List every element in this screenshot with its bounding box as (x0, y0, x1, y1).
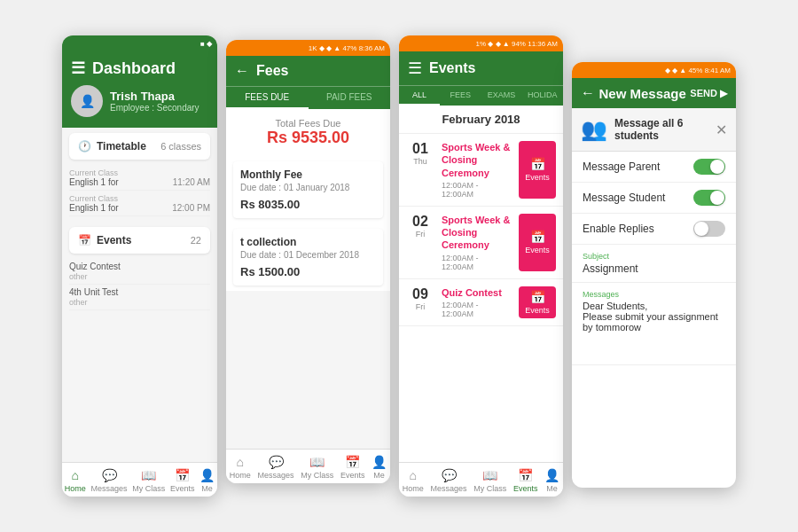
remove-recipient[interactable]: ✕ (716, 121, 727, 138)
event-content-1: Sports Week & Closing Ceremony 12:00AM -… (442, 141, 512, 199)
events-icon: 📅 (175, 468, 190, 482)
avatar-icon: 👤 (80, 94, 95, 108)
subject-field: Subject Assignment (572, 245, 736, 283)
events-header: ☰ Events (399, 51, 563, 85)
fees-back-icon[interactable]: ← (235, 63, 249, 79)
phone-fees: 1K ◆ ◆ ▲ 47% 8:36 AM ← Fees FEES DUE PAI… (226, 40, 390, 483)
subject-value[interactable]: Assignment (583, 262, 725, 275)
tab-exams[interactable]: EXAMS (481, 86, 522, 106)
msg-back-icon[interactable]: ← (581, 85, 595, 101)
event-date-1: 01 Thu (406, 141, 434, 199)
nav-fees-home[interactable]: ⌂Home (230, 455, 251, 480)
recipient-label: Message all 6 students (614, 117, 708, 142)
hamburger-icon[interactable]: ☰ (71, 59, 85, 78)
collection-amount: Rs 1500.00 (240, 265, 376, 278)
event-title-1: Sports Week & Closing Ceremony (442, 141, 512, 179)
tab-holidays[interactable]: HOLIDA (522, 86, 563, 106)
nav-fees-events[interactable]: 📅Events (340, 455, 365, 480)
nav-myclass-label: My Class (132, 484, 165, 493)
class-row-1: Current Class English 1 for 11:20 AM (69, 165, 210, 191)
nav-messages[interactable]: 💬 Messages (91, 468, 128, 493)
toggle-replies-knob (694, 222, 708, 236)
nav-ev-me[interactable]: 👤Me (544, 468, 559, 493)
class-time-2: 12:00 PM (172, 203, 210, 213)
status-bar-msg: ◆ ◆ ▲ 45% 8:41 AM (572, 62, 736, 78)
collection-due-date: Due date : 01 December 2018 (240, 250, 376, 260)
msg-header: ← New Message SEND ▶ (572, 78, 736, 108)
me-icon: 👤 (200, 468, 215, 482)
msg-recipient: 👥 Message all 6 students ✕ (572, 108, 736, 152)
toggle-replies-label: Enable Replies (583, 223, 654, 235)
home-icon: ⌂ (72, 468, 79, 482)
nav-me[interactable]: 👤 Me (200, 468, 215, 493)
event-weekday-3: Fri (406, 302, 434, 311)
nav-messages-label: Messages (91, 484, 128, 493)
monthly-due-date: Due date : 01 January 2018 (240, 183, 376, 192)
event-row-3[interactable]: 09 Fri Quiz Contest 12:00AM - 12:00AM 📅 … (399, 279, 563, 326)
event-date-2: 02 Fri (406, 214, 434, 271)
timetable-sub: Current Class English 1 for 11:20 AM Cur… (62, 165, 217, 222)
tab-all[interactable]: ALL (399, 86, 440, 106)
nav-events[interactable]: 📅 Events (170, 468, 195, 493)
send-button[interactable]: SEND ▶ (690, 88, 727, 99)
nav-ev-home[interactable]: ⌂Home (403, 468, 424, 493)
event-time-3: 12:00AM - 12:00AM (442, 301, 512, 318)
events-item[interactable]: 📅 Events 22 (69, 227, 210, 254)
toggle-student-knob (710, 191, 724, 205)
class-time-1: 11:20 AM (173, 177, 210, 187)
timetable-item[interactable]: 🕐 Timetable 6 classes (69, 133, 210, 160)
unit-test-row: 4th Unit Test other (69, 285, 210, 310)
toggle-parent-label: Message Parent (583, 160, 660, 173)
nav-fees-myclass[interactable]: 📖My Class (301, 455, 333, 480)
event-day-1: 01 (406, 141, 434, 157)
monthly-fee-title: Monthly Fee (240, 168, 376, 181)
fees-total-amount: Rs 9535.00 (235, 129, 381, 147)
toggle-parent[interactable] (693, 159, 725, 175)
collection-fee-title: t collection (240, 236, 376, 248)
nav-ev-messages[interactable]: 💬Messages (431, 468, 467, 493)
event-badge-icon-1: 📅 (530, 157, 545, 171)
dashboard-header: ☰ Dashboard 👤 Trish Thapa Employee : Sec… (62, 51, 217, 128)
fee-item-monthly: Monthly Fee Due date : 01 January 2018 R… (233, 161, 383, 218)
event-badge-1: 📅 Events (519, 141, 556, 199)
toggle-parent-knob (710, 160, 724, 174)
events-status-text: 1% ◆ ◆ ▲ 94% 11:36 AM (476, 40, 558, 48)
toggle-message-student: Message Student (572, 183, 736, 214)
tab-fees[interactable]: FEES (440, 86, 481, 106)
event-row-1[interactable]: 01 Thu Sports Week & Closing Ceremony 12… (399, 134, 563, 207)
nav-myclass[interactable]: 📖 My Class (132, 468, 165, 493)
tab-paid-fees[interactable]: PAID FEES (309, 87, 391, 109)
quiz-label: Quiz Contest (69, 262, 121, 271)
user-info: Trish Thapa Employee : Secondary (110, 90, 200, 113)
nav-events-label: Events (170, 484, 195, 493)
bottom-nav-fees: ⌂Home 💬Messages 📖My Class 📅Events 👤Me (226, 449, 390, 483)
event-badge-icon-2: 📅 (530, 230, 545, 244)
events-hamburger[interactable]: ☰ (408, 59, 422, 78)
tab-fees-due[interactable]: FEES DUE (226, 87, 309, 109)
messages-textarea[interactable] (583, 301, 725, 354)
nav-ev-myclass[interactable]: 📖My Class (473, 468, 506, 493)
phone-dashboard: ■ ◆ ☰ Dashboard 👤 Trish Thapa Employee :… (62, 35, 217, 497)
dashboard-title: ☰ Dashboard (71, 59, 208, 78)
nav-ev-events[interactable]: 📅Events (513, 468, 538, 493)
fees-header: ← Fees (226, 56, 390, 86)
status-time: ■ ◆ (200, 40, 212, 48)
events-title: Events (429, 60, 475, 76)
nav-fees-messages[interactable]: 💬Messages (258, 455, 294, 480)
nav-home[interactable]: ⌂ Home (65, 468, 86, 493)
event-time-2: 12:00AM - 12:00AM (442, 254, 512, 271)
events-month: February 2018 (399, 106, 563, 134)
toggle-replies[interactable] (693, 221, 725, 237)
events-sub: Quiz Contest other 4th Unit Test other (62, 259, 217, 316)
toggle-student[interactable] (693, 190, 725, 206)
unit-test-sub: other (69, 298, 88, 307)
quiz-row: Quiz Contest other (69, 259, 210, 285)
events-count: 22 (191, 235, 201, 246)
event-row-2[interactable]: 02 Fri Sports Week & Closing Ceremony 12… (399, 207, 563, 279)
subject-label: Subject (583, 252, 725, 261)
event-badge-2: 📅 Events (519, 214, 556, 271)
nav-fees-me[interactable]: 👤Me (372, 455, 387, 480)
dashboard-body: 🕐 Timetable 6 classes Current Class Engl… (62, 128, 217, 462)
status-bar-dashboard: ■ ◆ (62, 35, 217, 51)
event-day-2: 02 (406, 214, 434, 230)
